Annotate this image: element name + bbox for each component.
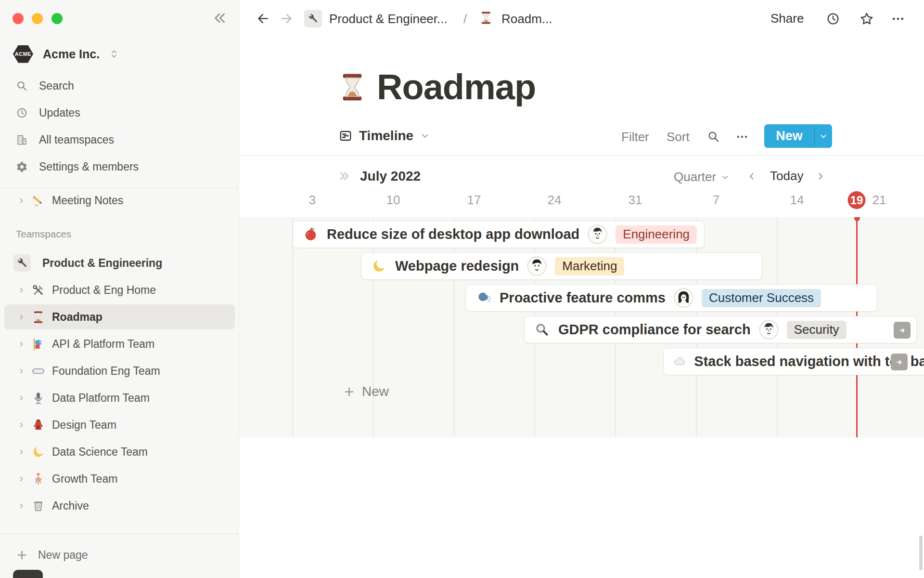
sidebar-item-updates[interactable]: Updates: [0, 99, 239, 126]
plus-icon: [15, 549, 28, 562]
chevron-right-icon: [17, 394, 26, 402]
chevron-right-icon: [17, 502, 26, 510]
sidebar-item-foundation-eng-team[interactable]: Foundation Eng Team: [0, 357, 239, 384]
backpack-emoji: [31, 418, 45, 432]
page-title[interactable]: Roadmap: [377, 66, 536, 107]
new-entry-button-label[interactable]: New: [764, 124, 814, 148]
timeline-task-card[interactable]: GDPR compliance for search Security: [524, 316, 917, 343]
week-gridline: [292, 217, 293, 437]
sidebar-item-label: Data Science Team: [52, 446, 148, 459]
back-icon[interactable]: [256, 11, 270, 26]
sidebar-item-label: Settings & members: [39, 160, 139, 173]
breadcrumb-item-current[interactable]: Roadm...: [501, 12, 552, 26]
view-more-options-icon[interactable]: [735, 130, 749, 144]
today-button[interactable]: Today: [770, 169, 803, 184]
share-button[interactable]: Share: [770, 11, 804, 26]
week-gridline: [454, 217, 455, 437]
sidebar-item-meeting-notes[interactable]: Meeting Notes: [0, 188, 239, 213]
sidebar-item-api-platform-team[interactable]: API & Platform Team: [0, 330, 239, 357]
timeline-add-row-button[interactable]: New: [343, 384, 389, 399]
sidebar-item-search[interactable]: Search: [0, 72, 239, 99]
teamspaces-section-header: Teamspaces: [16, 228, 71, 240]
window-minimize-button[interactable]: [32, 13, 43, 24]
chevron-right-icon: [17, 340, 26, 348]
workspace-logo-text: ACME: [15, 51, 31, 57]
scroll-to-card-button[interactable]: [891, 354, 908, 370]
expand-months-icon[interactable]: [338, 170, 351, 183]
view-search-icon[interactable]: [707, 130, 720, 144]
workspace-logo: ACME: [13, 45, 33, 63]
sidebar-item-all-teamspaces[interactable]: All teamspaces: [0, 126, 239, 153]
sidebar-item-product-eng-home[interactable]: Product & Eng Home: [0, 276, 239, 303]
today-date-badge: 19: [848, 191, 866, 209]
sidebar-item-archive[interactable]: Archive: [0, 492, 239, 519]
team-tag: Customer Success: [702, 289, 821, 307]
plus-icon: [343, 385, 356, 398]
scroll-to-card-button[interactable]: [894, 322, 911, 339]
date-tick: 14: [790, 193, 804, 208]
page-icon-hourglass-emoji[interactable]: [336, 71, 368, 103]
sidebar-item-growth-team[interactable]: Growth Team: [0, 465, 239, 492]
timeline-task-card[interactable]: Stack based navigation with top bar: [663, 348, 924, 375]
sidebar-item-label: Archive: [52, 499, 89, 512]
timeline-view-icon: [338, 129, 353, 143]
sidebar-item-data-platform-team[interactable]: Data Platform Team: [0, 384, 239, 411]
breadcrumb-item-first[interactable]: Product & Engineer...: [329, 12, 448, 26]
filter-button[interactable]: Filter: [621, 130, 649, 144]
sidebar: ACME Acme Inc. Search Updates All teamsp…: [0, 0, 239, 578]
timeline-band: Reduce size of desktop app download Engi…: [239, 217, 924, 437]
breadcrumb-teamspace[interactable]: [304, 10, 322, 27]
task-title: Webpage redesign: [395, 258, 519, 274]
workspace-switcher[interactable]: ACME Acme Inc.: [0, 41, 239, 66]
updates-clock-icon[interactable]: [826, 12, 840, 26]
chevron-right-icon: [17, 475, 26, 483]
view-switcher-timeline[interactable]: Timeline: [338, 128, 430, 144]
hammer-and-wrench-emoji: [31, 283, 45, 297]
chevron-right-icon: [17, 286, 26, 294]
sort-button[interactable]: Sort: [667, 130, 690, 144]
new-page-label: New page: [38, 549, 88, 562]
new-page-button[interactable]: New page: [0, 541, 239, 568]
chevron-down-icon: [720, 172, 730, 182]
chevron-right-icon: [17, 313, 26, 321]
team-tag: Engineering: [616, 225, 697, 244]
date-tick: 3: [309, 193, 316, 208]
timeline-task-card[interactable]: Proactive feature comms Customer Success: [465, 284, 877, 312]
sidebar-item-product-engineering[interactable]: Product & Engineering: [0, 250, 239, 276]
assignee-avatar: [588, 224, 607, 244]
sidebar-item-label: Design Team: [52, 419, 116, 432]
sidebar-item-data-science-team[interactable]: Data Science Team: [0, 438, 239, 465]
favorite-star-icon[interactable]: [859, 11, 874, 26]
sidebar-item-label: API & Platform Team: [52, 338, 154, 351]
previous-period-icon[interactable]: [746, 171, 757, 182]
vertical-scrollbar[interactable]: [919, 536, 923, 570]
sidebar-item-settings-members[interactable]: Settings & members: [0, 153, 239, 180]
carousel-horse-emoji: [31, 472, 45, 486]
sidebar-item-label: Updates: [39, 106, 80, 119]
goggles-emoji: [31, 364, 45, 378]
timeline-task-card[interactable]: Reduce size of desktop app download Engi…: [293, 221, 705, 248]
window-zoom-button[interactable]: [51, 13, 63, 24]
assignee-avatar: [674, 288, 693, 308]
carp-streamer-emoji: [31, 337, 45, 351]
timeline-scale-dropdown[interactable]: Quarter: [674, 170, 730, 184]
new-entry-dropdown[interactable]: [815, 124, 832, 148]
timeline-task-card[interactable]: Webpage redesign Marketing: [361, 252, 762, 280]
teamspace-icon-tile: [13, 254, 31, 272]
new-entry-button[interactable]: New: [764, 124, 832, 148]
gear-icon: [16, 161, 28, 173]
next-period-icon[interactable]: [815, 171, 826, 182]
sidebar-item-design-team[interactable]: Design Team: [0, 411, 239, 438]
more-options-icon[interactable]: [891, 12, 905, 26]
task-title: GDPR compliance for search: [558, 322, 751, 338]
studio-microphone-emoji: [31, 391, 45, 405]
task-title: Reduce size of desktop app download: [327, 226, 579, 242]
collapse-sidebar-icon[interactable]: [212, 10, 228, 26]
sidebar-item-label: Data Platform Team: [52, 392, 150, 405]
week-gridline: [373, 217, 374, 437]
sidebar-item-roadmap[interactable]: Roadmap: [0, 303, 239, 330]
window-close-button[interactable]: [13, 13, 24, 24]
forward-icon[interactable]: [279, 11, 294, 26]
today-date: 19: [850, 194, 863, 207]
task-title: Stack based navigation with top bar: [694, 354, 924, 369]
